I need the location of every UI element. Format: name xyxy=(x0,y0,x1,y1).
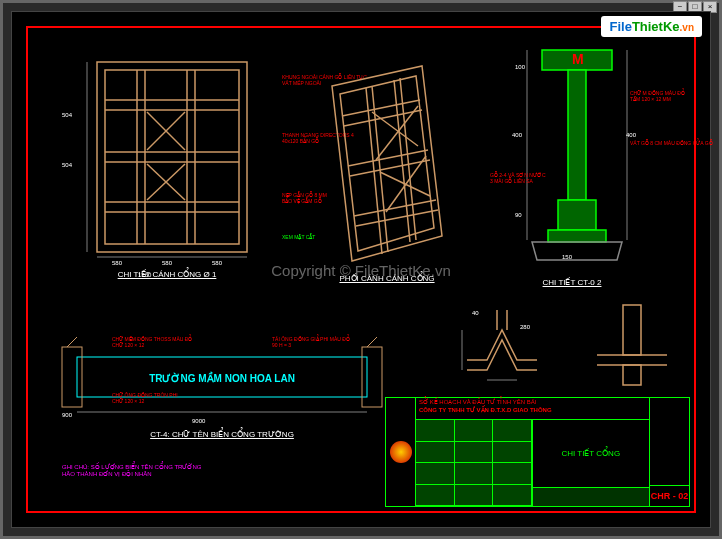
dim-d5: 100 xyxy=(515,64,525,70)
title-block-logo xyxy=(386,398,416,506)
drawing-canvas[interactable]: FileThietKe.vn Copyright © FileThietKe.v… xyxy=(11,11,711,528)
dim-d1: 580 xyxy=(112,260,122,266)
detail-ct01-svg xyxy=(457,300,547,390)
dim-d3: 580 xyxy=(212,260,222,266)
annot-s3: CHỮ ÔNG ĐỒNG TRÒN PHICHỮ 120 × 12 xyxy=(112,392,178,404)
svg-line-30 xyxy=(356,210,438,226)
title-block-signatures xyxy=(416,420,533,506)
drawing-notes: GHI CHÚ: SỐ LƯỢNG BIỂN TÊN CỔNG TRƯỜNGHÃ… xyxy=(62,463,201,477)
watermark-logo: FileThietKe.vn xyxy=(601,16,702,37)
section-ct02-svg: M xyxy=(502,40,642,270)
annot-sec1: CHỮ M ĐỒNG MÀU ĐỎTẤM 120 × 12 MM xyxy=(630,90,685,102)
dim-d16: 9000 xyxy=(192,418,205,424)
dim-d10: 1760 xyxy=(138,272,151,278)
section-ct02-view: M CHI TIẾT CT-0 2 xyxy=(502,40,642,287)
gate-3d-view: PHỐI CÁNH CÁNH CỔNG xyxy=(312,56,462,283)
logo-prefix: File xyxy=(609,19,631,34)
logo-main: ThietKe xyxy=(632,19,680,34)
svg-rect-40 xyxy=(568,70,586,200)
svg-rect-0 xyxy=(97,62,247,252)
svg-rect-58 xyxy=(62,347,82,407)
dim-d19: 40 xyxy=(472,310,479,316)
svg-rect-59 xyxy=(362,347,382,407)
gate-3d-label: PHỐI CÁNH CÁNH CỔNG xyxy=(312,274,462,283)
svg-rect-1 xyxy=(105,70,239,244)
gate-elevation-label: CHI TIẾT CÁNH CỔNG Ø 1 xyxy=(67,270,267,279)
title-block: SỞ KẾ HOẠCH VÀ ĐẦU TƯ TỈNH YÊN BÁI CÔNG … xyxy=(385,397,690,507)
svg-line-27 xyxy=(348,150,428,166)
company-logo-icon xyxy=(390,441,412,463)
dim-d20: 280 xyxy=(520,324,530,330)
detail-ct01-view: CHI TIẾT CT-0 1 xyxy=(457,300,552,407)
annot-s2: TÁI ÔNG ĐỒNG GIẢ PHI MÀU ĐỎ90 H = 3 xyxy=(272,336,350,348)
detail-ct02b-svg xyxy=(587,300,677,390)
gate-3d-svg xyxy=(312,56,462,266)
drawing-number-cell: CHR - 02 xyxy=(649,398,689,506)
dim-d4: 504 xyxy=(62,112,72,118)
svg-line-25 xyxy=(342,100,420,116)
svg-line-60 xyxy=(67,337,77,347)
svg-text:M: M xyxy=(572,51,584,67)
logo-suffix: .vn xyxy=(680,22,694,33)
dim-d11: 900 xyxy=(62,412,72,418)
annot-a4: XEM MẶT CẮT xyxy=(282,234,315,240)
annot-s1: CHỮ MỀM ĐỒNG THOSS MÀU ĐỎCHỮ 120 × 12 xyxy=(112,336,192,348)
drawing-subtitle xyxy=(533,488,650,506)
annot-sec2: VÁT GỖ 8 CM MÀU ĐỒNG CỬA GỖ xyxy=(630,140,713,146)
app-window: − □ × FileThietKe.vn Copyright © FileThi… xyxy=(0,0,722,539)
org-line-2: CÔNG TY TNHH TƯ VẤN Đ.T.X.D GIAO THÔNG xyxy=(419,407,646,415)
svg-rect-53 xyxy=(623,305,641,355)
svg-line-26 xyxy=(344,110,422,126)
gate-elevation-svg xyxy=(67,52,267,262)
detail-ct02b-view: CHI TIẾT CT-0 2 xyxy=(587,300,677,407)
org-line-1: SỞ KẾ HOẠCH VÀ ĐẦU TƯ TỈNH YÊN BÁI xyxy=(419,399,646,407)
annot-sec3: GỖ 2-4 VÀ SƠN NƯỚC3 MÀI GỖ LIÊN SA xyxy=(490,172,546,184)
svg-rect-56 xyxy=(623,365,641,385)
dim-d6b: 400 xyxy=(626,132,636,138)
dim-d7: 90 xyxy=(515,212,522,218)
section-ct02-label: CHI TIẾT CT-0 2 xyxy=(502,278,642,287)
dim-d13: 150 xyxy=(562,254,572,260)
svg-marker-43 xyxy=(532,242,622,260)
sign-text: TRƯỜNG MẦM NON HOA LAN xyxy=(149,371,295,384)
dim-d6: 400 xyxy=(512,132,522,138)
title-block-header: SỞ KẾ HOẠCH VÀ ĐẦU TƯ TỈNH YÊN BÁI CÔNG … xyxy=(416,398,649,420)
drawing-title: CHI TIẾT CỔNG xyxy=(533,420,650,488)
sign-detail-view: TRƯỜNG MẦM NON HOA LAN CT-4: CHỮ TÊN BIỂ… xyxy=(52,332,392,439)
dim-d2: 580 xyxy=(162,260,172,266)
svg-rect-42 xyxy=(548,230,606,242)
svg-rect-41 xyxy=(558,200,596,230)
svg-line-61 xyxy=(367,337,377,347)
dim-d4b: 504 xyxy=(62,162,72,168)
gate-elevation-view: CHI TIẾT CÁNH CỔNG Ø 1 xyxy=(67,52,267,279)
svg-line-29 xyxy=(354,200,436,216)
svg-line-35 xyxy=(372,112,418,146)
drawing-number: CHR - 02 xyxy=(650,486,689,506)
sign-label: CT-4: CHỮ TÊN BIỂN CỔNG TRƯỜNG xyxy=(52,430,392,439)
